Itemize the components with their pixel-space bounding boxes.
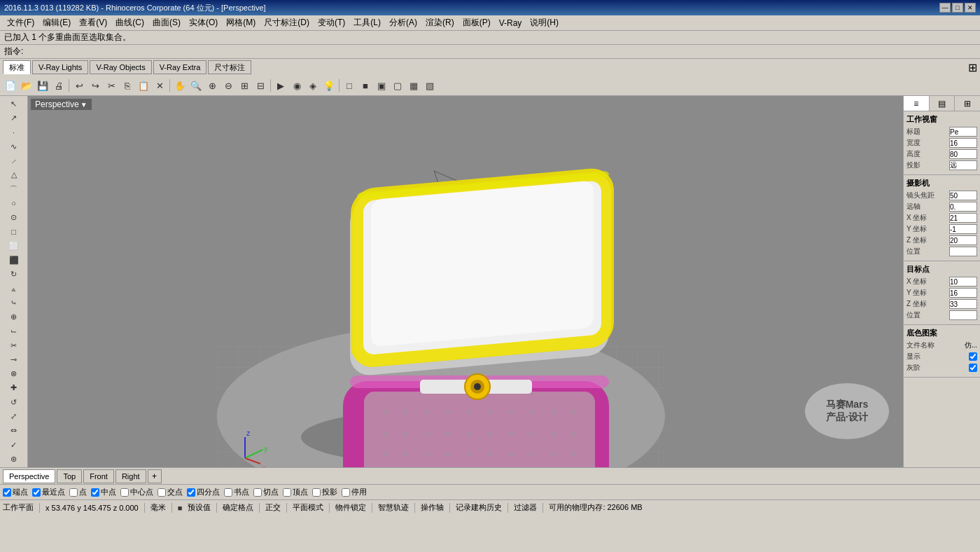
snap-status[interactable]: 确定格点 <box>223 502 253 513</box>
tool-delete[interactable]: ✕ <box>152 78 167 93</box>
obj-lock[interactable]: 物件锁定 <box>335 502 366 513</box>
tool-render[interactable]: ▶ <box>273 78 288 93</box>
snap-knot-cb[interactable] <box>224 488 232 497</box>
close-button[interactable]: ✕ <box>965 3 976 13</box>
left-tool-loft[interactable]: ⟁ <box>2 282 26 295</box>
left-tool-surface[interactable]: ⬜ <box>2 240 26 253</box>
menu-mesh[interactable]: 网格(M) <box>222 15 260 30</box>
tool-open[interactable]: 📂 <box>19 78 34 93</box>
left-tool-select[interactable]: ↖ <box>2 97 26 111</box>
snap-center[interactable]: 中心点 <box>120 487 153 497</box>
left-tool-analyze[interactable]: ⊛ <box>2 453 26 466</box>
ws-value-proj[interactable] <box>949 160 977 170</box>
menu-tools[interactable]: 工具(L) <box>349 15 385 30</box>
snap-endpoint[interactable]: 端点 <box>3 487 28 497</box>
left-tool-move[interactable]: ✚ <box>2 381 26 394</box>
left-tool-sweep[interactable]: ⤷ <box>2 296 26 310</box>
snap-project-cb[interactable] <box>312 488 321 497</box>
tool-pan[interactable]: ✋ <box>172 78 188 93</box>
tool-cut[interactable]: ✂ <box>104 78 119 93</box>
cam-focal-value[interactable] <box>949 191 977 200</box>
filter-status[interactable]: 过滤器 <box>514 502 537 513</box>
cam-z-value[interactable] <box>949 235 977 245</box>
snap-tangent[interactable]: 切点 <box>253 487 279 497</box>
tool-zoom-extents[interactable]: ⊞ <box>237 78 252 93</box>
snap-vertex-cb[interactable] <box>283 488 291 497</box>
left-tool-arc[interactable]: ⌒ <box>2 183 26 196</box>
snap-point-cb[interactable] <box>69 488 78 497</box>
tool-zoom-window[interactable]: 🔍 <box>188 78 204 93</box>
left-tool-boolean[interactable]: ⊕ <box>2 310 26 324</box>
menu-surface[interactable]: 曲面(S) <box>148 15 185 30</box>
ws-value-width[interactable] <box>949 138 977 148</box>
left-tool-extrude[interactable]: ⬛ <box>2 254 26 267</box>
tool-shade[interactable]: ■ <box>358 78 373 93</box>
bg-display-checkbox[interactable] <box>969 352 977 361</box>
ws-value-height[interactable] <box>949 149 977 159</box>
cam-faraxis-value[interactable] <box>949 202 977 212</box>
props-tab-props[interactable]: ⊞ <box>955 96 980 111</box>
left-tool-trim[interactable]: ✂ <box>2 339 26 352</box>
menu-solid[interactable]: 实体(O) <box>185 15 222 30</box>
left-tool-split[interactable]: ⊸ <box>2 353 26 366</box>
tool-copy[interactable]: ⎘ <box>120 78 135 93</box>
tool-zoom-in[interactable]: ⊕ <box>204 78 220 93</box>
menu-vray[interactable]: V-Ray <box>495 17 526 29</box>
snap-endpoint-cb[interactable] <box>3 488 11 497</box>
viewport-dropdown-icon[interactable]: ▼ <box>80 101 88 109</box>
tool-save[interactable]: 💾 <box>35 78 50 93</box>
minimize-button[interactable]: — <box>939 3 951 13</box>
left-tool-scale[interactable]: ⤢ <box>2 410 26 423</box>
menu-transform[interactable]: 变动(T) <box>314 15 349 30</box>
toolbar-tab-vray-lights[interactable]: V-Ray Lights <box>32 60 88 74</box>
left-tool-revolve[interactable]: ↻ <box>2 268 26 281</box>
cam-x-value[interactable] <box>949 213 977 223</box>
tool-redo[interactable]: ↪ <box>88 78 103 93</box>
viewport-label[interactable]: Perspective ▼ <box>31 99 92 110</box>
title-bar-controls[interactable]: — □ ✕ <box>939 3 976 13</box>
snap-knot[interactable]: 书点 <box>224 487 249 497</box>
snap-nearest[interactable]: 最近点 <box>32 487 65 497</box>
left-tool-circle[interactable]: ○ <box>2 197 26 210</box>
tgt-z-value[interactable] <box>949 299 977 309</box>
snap-vertex[interactable]: 顶点 <box>283 487 308 497</box>
tool-zoom-sel[interactable]: ⊟ <box>253 78 268 93</box>
menu-panels[interactable]: 面板(P) <box>458 15 495 30</box>
tool-light[interactable]: 💡 <box>321 78 337 93</box>
snap-disable[interactable]: 停用 <box>342 487 367 497</box>
snap-midpoint-cb[interactable] <box>91 488 99 497</box>
maximize-button[interactable]: □ <box>952 3 963 13</box>
left-tool-curve[interactable]: ∿ <box>2 140 26 153</box>
left-tool-line[interactable]: ⟋ <box>2 154 26 167</box>
left-tool-poly[interactable]: △ <box>2 168 26 181</box>
snap-nearest-cb[interactable] <box>32 488 41 497</box>
tgt-x-value[interactable] <box>949 277 977 287</box>
toolbar-tab-standard[interactable]: 标准 <box>3 60 31 74</box>
ortho-status[interactable]: 正交 <box>265 502 281 513</box>
menu-file[interactable]: 文件(F) <box>3 15 38 30</box>
left-tool-mirror[interactable]: ⇔ <box>2 424 26 437</box>
smart-track[interactable]: 智慧轨迹 <box>378 502 409 513</box>
toolbar-tab-vray-objects[interactable]: V-Ray Objects <box>90 60 151 74</box>
cam-y-value[interactable] <box>949 224 977 234</box>
left-tool-select2[interactable]: ↗ <box>2 111 26 125</box>
snap-quadrant[interactable]: 四分点 <box>187 487 220 497</box>
tool-ghost[interactable]: ▢ <box>390 78 405 93</box>
tab-right[interactable]: Right <box>115 469 146 483</box>
menu-analyze[interactable]: 分析(A) <box>385 15 421 30</box>
toolbar-tab-vray-extra[interactable]: V-Ray Extra <box>153 60 207 74</box>
tgt-pos-value[interactable] <box>949 310 977 320</box>
tool-print[interactable]: 🖨 <box>51 78 66 93</box>
tool-wire[interactable]: □ <box>342 78 357 93</box>
tab-perspective[interactable]: Perspective <box>3 469 55 483</box>
bg-grayscale-checkbox[interactable] <box>969 364 977 372</box>
left-tool-rotate[interactable]: ↺ <box>2 396 26 409</box>
menu-dimension[interactable]: 尺寸标注(D) <box>260 15 314 30</box>
tab-front[interactable]: Front <box>83 469 114 483</box>
snap-disable-cb[interactable] <box>342 488 350 497</box>
left-tool-point[interactable]: · <box>2 126 26 139</box>
tool-mode6[interactable]: ▧ <box>422 78 438 93</box>
tool-x-ray[interactable]: ▣ <box>374 78 389 93</box>
ws-value-title[interactable] <box>949 127 977 137</box>
history-status[interactable]: 记录建构历史 <box>456 502 502 513</box>
